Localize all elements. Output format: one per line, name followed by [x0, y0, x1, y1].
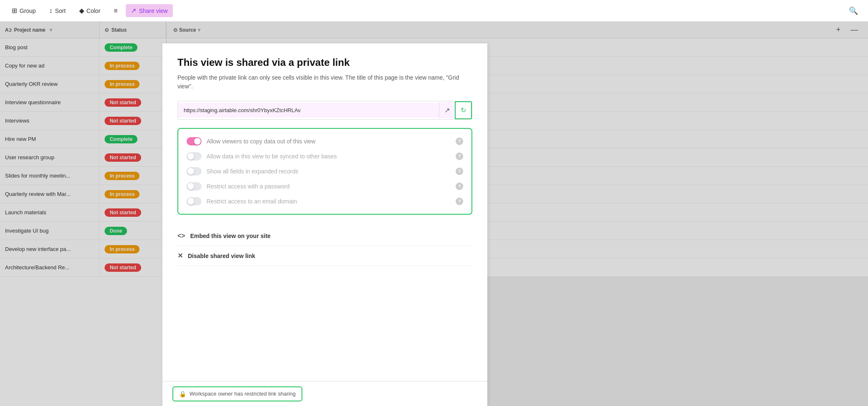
- disable-action[interactable]: ✕ Disable shared view link: [177, 246, 472, 266]
- option-label-4: Restrict access to an email domain: [207, 198, 451, 205]
- toolbar: ⊞ Group ↕ Sort ◆ Color ≡ ↗ Share view 🔍: [0, 0, 868, 22]
- help-icon-0[interactable]: ?: [456, 138, 463, 145]
- embed-icon: <>: [177, 232, 185, 240]
- url-refresh-button[interactable]: ↻: [455, 101, 472, 119]
- restricted-text: Workspace owner has restricted link shar…: [190, 391, 296, 397]
- bottom-bar: 🔒 Workspace owner has restricted link sh…: [162, 381, 487, 406]
- option-row-4: Restrict access to an email domain ?: [187, 197, 463, 206]
- color-icon: ◆: [79, 7, 84, 15]
- group-label: Group: [20, 8, 36, 14]
- toggle-3[interactable]: [187, 182, 202, 190]
- embed-label: Embed this view on your site: [190, 233, 271, 239]
- option-label-2: Show all fields in expanded records: [207, 168, 451, 175]
- toggle-2[interactable]: [187, 167, 202, 175]
- url-open-button[interactable]: ↗: [439, 102, 455, 118]
- disable-icon: ✕: [177, 252, 183, 260]
- disable-label: Disable shared view link: [188, 253, 255, 259]
- main-content: Aↄ Project name ▾ ⊙ Status Blog post Com…: [0, 22, 868, 406]
- toggle-0[interactable]: [187, 137, 202, 145]
- embed-action[interactable]: <> Embed this view on your site: [177, 226, 472, 246]
- color-label: Color: [87, 8, 100, 14]
- option-label-0: Allow viewers to copy data out of this v…: [207, 138, 451, 145]
- help-icon-4[interactable]: ?: [456, 198, 463, 205]
- url-input[interactable]: [178, 103, 439, 118]
- share-modal: This view is shared via a private link P…: [162, 43, 487, 406]
- list-icon: ≡: [114, 7, 117, 15]
- group-icon: ⊞: [12, 7, 17, 15]
- modal-title: This view is shared via a private link: [177, 57, 472, 68]
- share-icon: ↗: [131, 7, 136, 15]
- lock-icon: 🔒: [179, 391, 186, 397]
- restricted-notice: 🔒 Workspace owner has restricted link sh…: [172, 386, 302, 401]
- toggle-1[interactable]: [187, 152, 202, 160]
- option-row-2: Show all fields in expanded records ?: [187, 167, 463, 175]
- sort-icon: ↕: [49, 7, 52, 15]
- toggle-4[interactable]: [187, 197, 202, 206]
- option-row-3: Restrict access with a password ?: [187, 182, 463, 190]
- share-label: Share view: [139, 8, 167, 14]
- url-row: ↗ ↻: [177, 101, 472, 120]
- group-button[interactable]: ⊞ Group: [7, 4, 41, 17]
- share-view-button[interactable]: ↗ Share view: [126, 4, 172, 17]
- option-row-1: Allow data in this view to be synced to …: [187, 152, 463, 160]
- help-icon-1[interactable]: ?: [456, 153, 463, 160]
- search-icon[interactable]: 🔍: [846, 3, 861, 19]
- color-button[interactable]: ◆ Color: [74, 4, 105, 17]
- options-box: Allow viewers to copy data out of this v…: [177, 128, 472, 215]
- help-icon-2[interactable]: ?: [456, 168, 463, 175]
- sort-button[interactable]: ↕ Sort: [44, 5, 71, 17]
- option-label-1: Allow data in this view to be synced to …: [207, 153, 451, 160]
- option-label-3: Restrict access with a password: [207, 183, 451, 190]
- options-list: Allow viewers to copy data out of this v…: [187, 137, 463, 206]
- sort-label: Sort: [55, 8, 66, 14]
- list-button[interactable]: ≡: [109, 5, 122, 17]
- help-icon-3[interactable]: ?: [456, 183, 463, 190]
- option-row-0: Allow viewers to copy data out of this v…: [187, 137, 463, 145]
- modal-subtitle: People with the private link can only se…: [177, 73, 472, 91]
